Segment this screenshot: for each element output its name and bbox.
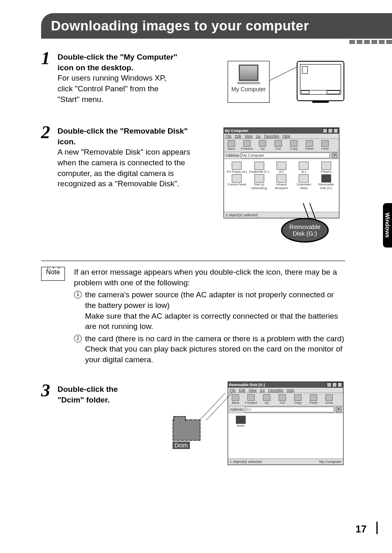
tb-paste[interactable]: Paste — [304, 140, 315, 150]
note-section: Note If an error message appears when yo… — [41, 261, 345, 365]
step-bold: Double-click the "Dcim" folder. — [58, 385, 118, 404]
step3-figure: Removable Disk (G:) _ □ × File Edit View… — [173, 382, 344, 472]
circled-1-icon: 1 — [74, 291, 82, 298]
printers[interactable]: Printers — [316, 162, 337, 174]
page-number: 17 — [355, 523, 367, 535]
tb-copy[interactable]: Copy — [292, 394, 304, 405]
window-titlebar: Removable Disk (G:) _ □ × — [228, 382, 343, 388]
tb-undo[interactable]: Undo — [323, 394, 335, 405]
monitor-illustration — [297, 61, 344, 101]
callout-line1: Removable — [289, 224, 321, 231]
step-number: 3 — [41, 382, 58, 405]
dcim-folder[interactable]: Dcim — [231, 416, 251, 428]
menu-file[interactable]: File — [230, 388, 236, 392]
address-value[interactable]: G:\ — [245, 407, 334, 412]
menu-help[interactable]: Help — [282, 134, 290, 138]
status-bar: 1 object(s) selected My Computer — [228, 458, 343, 465]
removable-disk[interactable]: Removable Disk (G:) — [316, 174, 337, 190]
tb-cut[interactable]: Cut — [272, 140, 284, 150]
tb-copy[interactable]: Copy — [288, 140, 300, 150]
svg-line-2 — [206, 393, 232, 420]
step-bold: Double-click the "My Computer" icon on t… — [58, 53, 177, 72]
menu-go[interactable]: Go — [260, 388, 265, 392]
drive-floppy[interactable]: 3½ Floppy (A:) — [226, 162, 247, 174]
note-intro: If an error message appears when you dou… — [74, 267, 345, 288]
dcim-label: Dcim — [173, 442, 190, 449]
svg-line-1 — [200, 393, 225, 420]
menu-edit[interactable]: Edit — [239, 388, 246, 392]
step-number: 2 — [41, 123, 58, 189]
step-3-wrap: 3 Double-click the "Dcim" folder. — [41, 382, 140, 417]
address-dropdown-icon[interactable]: ▾ — [332, 153, 337, 158]
menu-go[interactable]: Go — [256, 134, 261, 138]
close-icon[interactable]: × — [337, 382, 342, 387]
my-computer-label: My Computer — [228, 86, 269, 93]
step-bold: Double-click the "Removable Disk" icon. — [58, 127, 188, 146]
step-body: Double-click the "Dcim" folder. — [58, 382, 140, 405]
step-text: For users running Windows XP, click "Con… — [58, 74, 166, 103]
toolbar: Back Forward Up Cut Copy Paste Undo — [228, 393, 343, 406]
close-icon[interactable]: × — [333, 128, 338, 133]
tb-forward[interactable]: Forward — [241, 140, 253, 150]
note-item-1: 1 the camera's power source (the AC adap… — [74, 289, 345, 332]
tb-forward[interactable]: Forward — [245, 394, 257, 405]
circled-2-icon: 2 — [74, 335, 82, 342]
explorer-window-removable: Removable Disk (G:) _ □ × File Edit View… — [228, 382, 344, 465]
side-tab-windows: Windows — [383, 203, 392, 248]
tb-up[interactable]: Up — [257, 140, 268, 150]
drive-d[interactable]: (D:) — [271, 162, 292, 174]
menu-help[interactable]: Help — [286, 388, 294, 392]
step-number: 1 — [41, 49, 58, 104]
tb-back[interactable]: Back — [226, 140, 237, 150]
maximize-icon[interactable]: □ — [332, 382, 337, 387]
tb-cut[interactable]: Cut — [277, 394, 288, 405]
menu-favorites[interactable]: Favorites — [268, 388, 283, 392]
arrow-icon — [270, 66, 299, 81]
drive-e[interactable]: (E:) — [293, 162, 314, 174]
address-dropdown-icon[interactable]: ▾ — [336, 407, 341, 412]
note-item-2b: Check that you can play back pictures st… — [85, 345, 342, 364]
address-value[interactable]: My Computer — [241, 153, 330, 158]
note-body: If an error message appears when you dou… — [74, 267, 345, 365]
step1-figure: My Computer — [224, 61, 344, 106]
note-item-2: 2 the card (there is no card in the came… — [74, 333, 345, 365]
note-item-1b: Make sure that the AC adapter is correct… — [85, 312, 338, 331]
menu-bar: File Edit View Go Favorites Help — [224, 134, 339, 139]
tb-up[interactable]: Up — [261, 394, 272, 405]
step-body: Double-click the "Removable Disk" icon. … — [58, 123, 197, 189]
menu-edit[interactable]: Edit — [235, 134, 242, 138]
explorer-window-mycomputer: My Computer _ □ × File Edit View Go Favo… — [224, 127, 339, 218]
page-rule — [376, 522, 378, 534]
address-bar: Address My Computer ▾ — [224, 152, 339, 159]
note-badge: Note — [41, 267, 65, 281]
step-text: A new "Removable Disk" icon appears when… — [58, 148, 190, 188]
scheduled-tasks[interactable]: Scheduled Tasks — [293, 174, 314, 190]
page: Downloading images to your computer Wind… — [0, 0, 392, 553]
window-buttons: _ □ × — [327, 382, 342, 387]
tb-undo[interactable]: Undo — [319, 140, 331, 150]
menu-view[interactable]: View — [244, 134, 252, 138]
dcim-callout: Dcim — [173, 419, 201, 449]
menu-view[interactable]: View — [249, 388, 256, 392]
dialup[interactable]: Dial-Up Networking — [249, 174, 269, 190]
window-buttons: _ □ × — [323, 128, 338, 133]
menu-file[interactable]: File — [226, 134, 232, 138]
control-panel[interactable]: Control Panel — [226, 174, 247, 190]
address-bar: Address G:\ ▾ — [228, 406, 343, 413]
tb-paste[interactable]: Paste — [308, 394, 319, 405]
step-body: Double-click the "My Computer" icon on t… — [58, 49, 181, 104]
minimize-icon[interactable]: _ — [323, 128, 327, 133]
infrared[interactable]: Infrared Recipient — [271, 174, 292, 190]
step-3: 3 Double-click the "Dcim" folder. — [41, 382, 140, 405]
menu-favorites[interactable]: Favorites — [264, 134, 279, 138]
title-text: Downloading images to your computer — [41, 18, 309, 34]
window-title: Removable Disk (G:) — [229, 383, 265, 387]
drive-c[interactable]: English98 (C:) — [249, 162, 269, 174]
callout-leader — [200, 393, 233, 420]
minimize-icon[interactable]: _ — [327, 382, 332, 387]
removable-disk-callout: Removable Disk (G:) — [281, 218, 329, 243]
window-title: My Computer — [225, 129, 249, 133]
my-computer-icon: My Computer — [228, 61, 270, 103]
maximize-icon[interactable]: □ — [328, 128, 333, 133]
title-bar: Downloading images to your computer — [41, 13, 392, 39]
